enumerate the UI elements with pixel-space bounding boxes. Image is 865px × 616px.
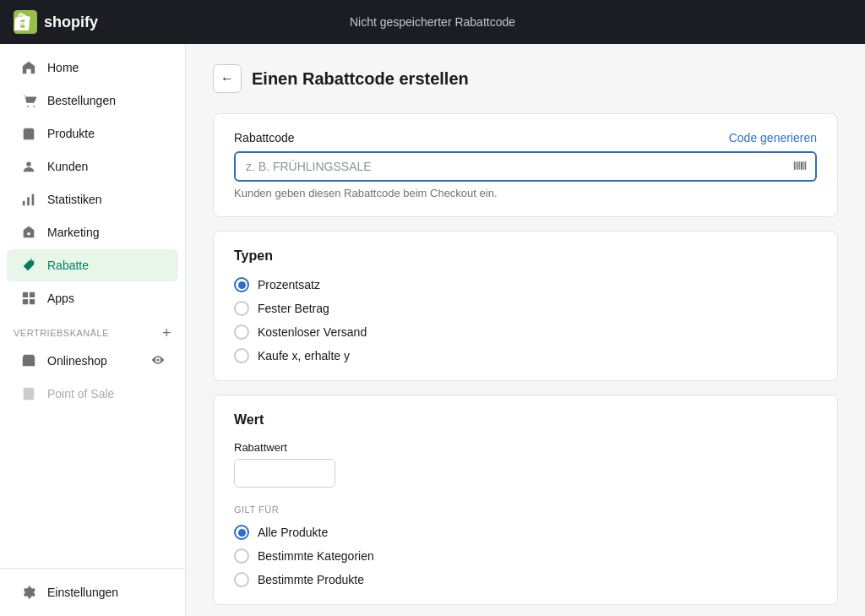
wert-card: Wert Rabattwert % GILT FÜR Alle Produkte <box>213 395 838 605</box>
sidebar-item-apps[interactable]: Apps <box>7 282 178 314</box>
rabattcode-hint: Kunden geben diesen Rabattcode beim Chec… <box>234 187 817 199</box>
svg-rect-14 <box>796 161 797 170</box>
produkte-icon <box>20 125 37 142</box>
bestimmte-kategorien-radio[interactable] <box>234 548 249 564</box>
typen-radio-group: Prozentsatz Fester Betrag Kostenloser Ve… <box>234 277 817 363</box>
svg-rect-11 <box>25 393 28 395</box>
typen-kaufe-x[interactable]: Kaufe x, erhalte y <box>234 348 817 363</box>
sidebar-nav: Home Bestellungen Produkte Kunden <box>0 44 185 568</box>
sidebar-item-rabatte[interactable]: Rabatte <box>7 249 178 281</box>
statistiken-icon <box>20 191 37 208</box>
sidebar-footer: Einstellungen <box>0 568 185 616</box>
logo-text: shopify <box>44 14 98 31</box>
topbar: shopify Nicht gespeicherter Rabattcode <box>0 0 865 44</box>
sidebar-item-kunden-label: Kunden <box>47 160 88 173</box>
sidebar-item-pos-label: Point of Sale <box>47 387 114 401</box>
fester-betrag-label: Fester Betrag <box>258 302 329 315</box>
rabatte-icon <box>20 257 37 274</box>
sidebar-item-onlineshop[interactable]: Onlineshop <box>7 345 178 377</box>
prozentsatz-radio[interactable] <box>234 277 249 292</box>
kostenloser-versand-label: Kostenloser Versand <box>258 325 367 339</box>
barcode-icon <box>785 159 815 175</box>
apps-icon <box>20 290 37 307</box>
einstellungen-icon <box>20 584 37 601</box>
onlineshop-icon <box>20 352 37 369</box>
topbar-title: Nicht gespeicherter Rabattcode <box>350 15 515 29</box>
svg-rect-17 <box>801 161 802 170</box>
sidebar-section-vertriebskanaele: VERTRIEBSKANÄLE + <box>0 315 185 344</box>
sidebar-item-produkte-label: Produkte <box>47 127 95 140</box>
fester-betrag-radio[interactable] <box>234 301 249 316</box>
sidebar-item-produkte[interactable]: Produkte <box>7 117 178 150</box>
typen-kostenloser-versand[interactable]: Kostenloser Versand <box>234 324 817 340</box>
sidebar-item-einstellungen-label: Einstellungen <box>47 586 118 599</box>
prozentsatz-label: Prozentsatz <box>258 278 320 292</box>
rabattcode-input-wrapper <box>234 151 817 182</box>
svg-rect-7 <box>23 299 28 304</box>
gilt-alle-produkte[interactable]: Alle Produkte <box>234 525 817 540</box>
rabattwert-field: Rabattwert % <box>234 441 817 488</box>
sidebar-item-marketing-label: Marketing <box>47 226 99 239</box>
sidebar-item-marketing[interactable]: Marketing <box>7 216 178 248</box>
code-generieren-link[interactable]: Code generieren <box>729 131 817 144</box>
bestellungen-icon <box>20 92 37 109</box>
pos-icon <box>20 385 37 402</box>
gilt-radio-group: Alle Produkte Bestimmte Kategorien Besti… <box>234 525 817 587</box>
wert-title: Wert <box>234 412 817 428</box>
svg-rect-15 <box>797 161 799 170</box>
kaufe-x-radio[interactable] <box>234 348 249 363</box>
rabattcode-input[interactable] <box>236 153 785 180</box>
sidebar-item-bestellungen[interactable]: Bestellungen <box>7 84 178 117</box>
svg-rect-10 <box>25 390 31 392</box>
gilt-fuer-label: GILT FÜR <box>234 504 817 515</box>
rabattwert-label: Rabattwert <box>234 441 817 454</box>
svg-rect-3 <box>27 197 30 205</box>
kaufe-x-label: Kaufe x, erhalte y <box>258 349 350 363</box>
rabattcode-title: Rabattcode <box>234 131 295 144</box>
back-button[interactable]: ← <box>213 64 242 93</box>
sidebar-item-pos: Point of Sale <box>7 378 178 410</box>
rabattcode-card: Rabattcode Code generieren Kunden geben … <box>213 113 838 217</box>
svg-rect-4 <box>32 194 35 206</box>
svg-point-1 <box>26 162 30 166</box>
sidebar-item-rabatte-label: Rabatte <box>47 259 89 272</box>
bestimmte-kategorien-label: Bestimmte Kategorien <box>258 549 374 563</box>
sidebar-item-einstellungen[interactable]: Einstellungen <box>7 576 178 608</box>
topbar-logo: shopify <box>14 10 98 34</box>
typen-card: Typen Prozentsatz Fester Betrag Kostenlo… <box>213 231 838 381</box>
gilt-bestimmte-kategorien[interactable]: Bestimmte Kategorien <box>234 548 817 564</box>
svg-rect-5 <box>23 292 28 297</box>
svg-rect-9 <box>24 388 35 400</box>
kostenloser-versand-radio[interactable] <box>234 324 249 340</box>
sidebar-item-home[interactable]: Home <box>7 52 178 84</box>
alle-produkte-radio[interactable] <box>234 525 249 540</box>
gilt-bestimmte-produkte[interactable]: Bestimmte Produkte <box>234 572 817 587</box>
svg-rect-13 <box>794 161 796 170</box>
sidebar-item-statistiken[interactable]: Statistiken <box>7 183 178 215</box>
page-title: Einen Rabattcode erstellen <box>252 69 469 89</box>
sidebar-item-kunden[interactable]: Kunden <box>7 150 178 183</box>
svg-rect-18 <box>803 161 804 170</box>
bestimmte-produkte-label: Bestimmte Produkte <box>258 573 364 586</box>
eye-icon[interactable] <box>151 353 165 369</box>
typen-title: Typen <box>234 248 817 264</box>
rabattcode-header-row: Rabattcode Code generieren <box>234 131 817 144</box>
home-icon <box>20 59 37 76</box>
bestimmte-produkte-radio[interactable] <box>234 572 249 587</box>
kunden-icon <box>20 158 37 175</box>
vertriebskanaele-label: VERTRIEBSKANÄLE <box>14 328 109 338</box>
svg-rect-8 <box>30 299 35 304</box>
sidebar-item-apps-label: Apps <box>47 292 74 305</box>
typen-fester-betrag[interactable]: Fester Betrag <box>234 301 817 316</box>
rabattwert-input-wrapper: % <box>234 459 335 488</box>
add-channel-button[interactable]: + <box>162 325 171 341</box>
sidebar: Home Bestellungen Produkte Kunden <box>0 44 186 616</box>
svg-rect-6 <box>30 292 35 297</box>
typen-prozentsatz[interactable]: Prozentsatz <box>234 277 817 292</box>
svg-rect-16 <box>799 161 800 170</box>
svg-rect-12 <box>25 396 28 398</box>
sidebar-item-home-label: Home <box>47 61 79 74</box>
alle-produkte-label: Alle Produkte <box>258 526 328 539</box>
rabattwert-input[interactable] <box>235 460 335 487</box>
sidebar-item-statistiken-label: Statistiken <box>47 193 102 206</box>
